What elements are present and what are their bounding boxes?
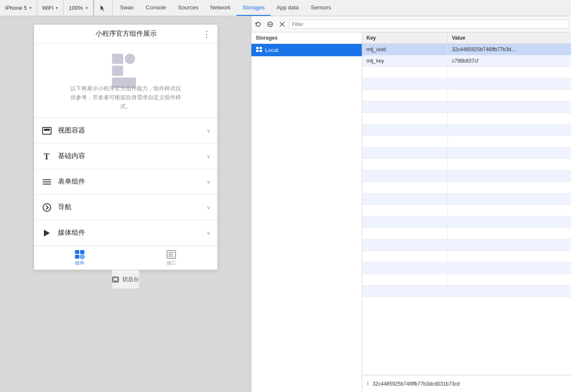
table-row-empty <box>362 147 571 159</box>
components-tab-icon <box>75 250 85 259</box>
tab-storages[interactable]: Storages <box>236 0 271 16</box>
svg-rect-6 <box>168 252 174 253</box>
tab-console[interactable]: Console <box>140 0 172 16</box>
form-icon <box>41 176 53 188</box>
nav-icon <box>41 202 53 213</box>
table-row-empty <box>362 239 571 251</box>
preview-value: 32c4485925b746ffb77b3dcd031b73cd <box>372 381 460 387</box>
local-storage-icon <box>256 46 262 54</box>
table-row-empty <box>362 170 571 182</box>
svg-rect-7 <box>168 254 173 255</box>
storages-list: Storages Local <box>251 32 362 392</box>
preview-line-num: 1 <box>366 381 369 387</box>
bottom-bar[interactable]: 切后台 <box>112 270 139 288</box>
menu-chevron-2: ∨ <box>207 179 211 185</box>
column-key: Key <box>362 32 447 44</box>
local-storage-label: Local <box>265 47 278 53</box>
tab-api-label: 接口 <box>167 260 176 266</box>
battery-selector[interactable]: 100% ▾ <box>63 0 93 16</box>
network-selector[interactable]: WiFi ▾ <box>37 0 63 16</box>
svg-point-4 <box>81 256 83 258</box>
svg-rect-8 <box>168 256 173 257</box>
tab-sensors[interactable]: Sensors <box>305 0 337 16</box>
table-row-empty <box>362 274 571 285</box>
svg-rect-19 <box>260 50 262 52</box>
battery-chevron: ▾ <box>86 6 88 10</box>
svg-rect-17 <box>260 47 262 49</box>
phone-menu-icon[interactable]: ⋮ <box>203 29 211 39</box>
svg-rect-2 <box>75 255 79 259</box>
devtools-tab-bar: Swan Console Sources Network Storages Ap… <box>112 0 571 16</box>
battery-label: 100% <box>69 5 83 11</box>
menu-label-basic-content: 基础内容 <box>58 152 207 161</box>
menu-item-basic-content[interactable]: T 基础内容 ∨ <box>34 144 217 169</box>
basic-content-icon: T <box>41 150 53 162</box>
table-row-empty <box>362 251 571 262</box>
filter-input[interactable] <box>289 20 569 29</box>
hero-icon-sq2 <box>112 66 123 76</box>
hero-icon-circle <box>125 54 135 64</box>
top-toolbar: iPhone 5 ▾ WiFi ▾ 100% ▾ Swan Console So… <box>0 0 571 16</box>
network-chevron: ▾ <box>56 6 58 10</box>
hero-icon-sq1 <box>112 54 123 64</box>
table-row-empty <box>362 124 571 136</box>
table-row-empty <box>362 67 571 78</box>
menu-item-view-container[interactable]: 视图容器 ∨ <box>34 118 217 144</box>
main-area: 小程序官方组件展示 ⋮ 以下将展示小程序官方组件能力，组件样式仅供参考，开发者可… <box>0 16 571 392</box>
value-preview: 1 32c4485925b746ffb77b3dcd031b73cd <box>362 375 571 392</box>
table-row-empty <box>362 90 571 101</box>
bottom-bar-icon <box>112 277 119 282</box>
table-row-empty <box>362 285 571 297</box>
menu-label-nav: 导航 <box>58 203 207 212</box>
refresh-button[interactable] <box>253 19 263 29</box>
table-row-empty <box>362 113 571 124</box>
menu-label-view-container: 视图容器 <box>58 126 207 135</box>
tab-sources[interactable]: Sources <box>172 0 205 16</box>
value-preview-content: 1 32c4485925b746ffb77b3dcd031b73cd <box>366 381 460 387</box>
table-row-empty <box>362 78 571 90</box>
table-row-empty <box>362 193 571 205</box>
tab-swan[interactable]: Swan <box>114 0 140 16</box>
svg-rect-10 <box>113 278 118 281</box>
api-tab-icon <box>166 250 176 259</box>
svg-rect-18 <box>256 50 259 52</box>
close-button[interactable] <box>277 19 287 29</box>
table-row[interactable]: mtj_keyc798b837cf <box>362 55 571 67</box>
table-row[interactable]: mtj_uuid32c4485925b746ffb77b3d... <box>362 44 571 55</box>
svg-rect-0 <box>75 250 79 254</box>
storage-item-local[interactable]: Local <box>251 44 362 56</box>
table-row-empty <box>362 228 571 239</box>
hero-description: 以下将展示小程序官方组件能力，组件样式仅供参考，开发者可根据自身需求自定义组件样… <box>70 84 181 111</box>
menu-label-media: 媒体组件 <box>58 228 207 237</box>
device-label: iPhone 5 <box>5 5 27 11</box>
bottom-bar-label: 切后台 <box>122 276 139 283</box>
phone-panel: 小程序官方组件展示 ⋮ 以下将展示小程序官方组件能力，组件样式仅供参考，开发者可… <box>0 16 251 392</box>
storage-data-table: Key Value mtj_uuid32c4485925b746ffb77b3d… <box>362 32 571 297</box>
cell-key: mtj_key <box>362 55 447 67</box>
storages-list-header: Storages <box>251 32 362 44</box>
tab-app-data[interactable]: App data <box>271 0 305 16</box>
menu-item-media[interactable]: 媒体组件 ∨ <box>34 220 217 246</box>
tab-components[interactable]: 组件 <box>34 246 126 270</box>
tab-components-label: 组件 <box>75 260 84 266</box>
storage-table: Key Value mtj_uuid32c4485925b746ffb77b3d… <box>362 32 571 375</box>
table-row-empty <box>362 216 571 228</box>
tab-network[interactable]: Network <box>205 0 237 16</box>
phone-frame: 小程序官方组件展示 ⋮ 以下将展示小程序官方组件能力，组件样式仅供参考，开发者可… <box>34 25 217 270</box>
svg-rect-1 <box>80 250 84 254</box>
menu-item-form[interactable]: 表单组件 ∨ <box>34 169 217 195</box>
table-row-empty <box>362 101 571 113</box>
menu-label-form: 表单组件 <box>58 177 207 186</box>
menu-item-nav[interactable]: 导航 ∨ <box>34 195 217 220</box>
storage-table-area: Key Value mtj_uuid32c4485925b746ffb77b3d… <box>362 32 571 392</box>
table-row-empty <box>362 136 571 147</box>
tab-api[interactable]: 接口 <box>126 246 217 270</box>
block-button[interactable] <box>265 19 275 29</box>
cursor-tool[interactable] <box>94 0 112 16</box>
phone-titlebar: 小程序官方组件展示 ⋮ <box>34 25 217 43</box>
devtools-panel: Storages Local <box>251 16 571 392</box>
table-row-empty <box>362 205 571 216</box>
device-selector[interactable]: iPhone 5 ▾ <box>0 0 37 16</box>
table-row-empty <box>362 262 571 274</box>
storages-toolbar <box>251 16 571 32</box>
